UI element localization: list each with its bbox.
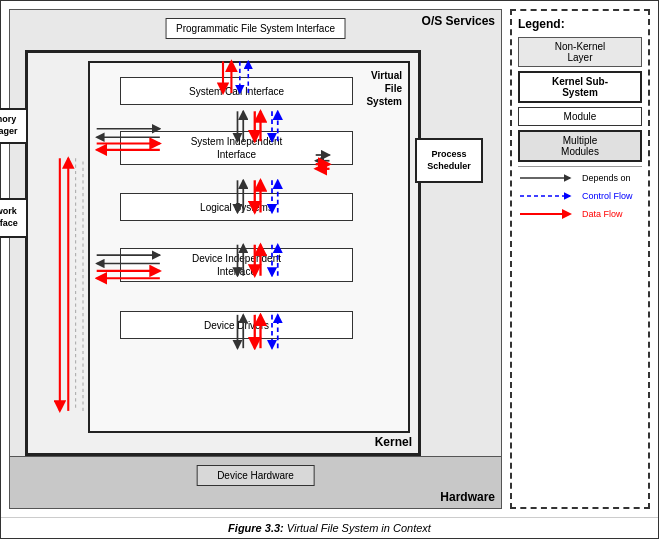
device-independent-interface-box: Device IndependentInterface: [120, 248, 353, 282]
device-drivers-label: Device Drivers: [204, 319, 269, 332]
memory-manager-label: Memory Manager: [0, 114, 26, 137]
device-hardware-box: Device Hardware: [196, 465, 315, 486]
legend-title: Legend:: [518, 17, 642, 31]
network-interface-box: Network Interface: [0, 198, 28, 238]
logical-systems-box: Logical Systems: [120, 193, 353, 221]
main-container: O/S Services Programmatic File System In…: [0, 0, 659, 539]
legend-multiple-modules-label: MultipleModules: [561, 135, 599, 157]
legend-kernel-sub: Kernel Sub-System: [518, 71, 642, 103]
prog-fs-label: Programmatic File System Interface: [176, 23, 335, 34]
caption-fig-label: Figure 3.3:: [228, 522, 284, 534]
control-flow-arrow-icon: [518, 189, 578, 203]
depends-on-arrow-icon: [518, 171, 578, 185]
control-flow-label: Control Flow: [582, 191, 633, 201]
os-services-box: O/S Services Programmatic File System In…: [9, 9, 502, 509]
system-call-label: System Call Interface: [189, 85, 284, 98]
kernel-box: Kernel Memory Manager Network Interface …: [25, 50, 421, 456]
legend-module: Module: [518, 107, 642, 126]
legend-depends-on-row: Depends on: [518, 171, 642, 185]
system-independent-interface-box: System IndependentInterface: [120, 131, 353, 165]
process-scheduler-label: Process Scheduler: [417, 149, 481, 172]
prog-fs-box: Programmatic File System Interface: [165, 18, 346, 39]
legend-module-label: Module: [564, 111, 597, 122]
legend-box: Legend: Non-KernelLayer Kernel Sub-Syste…: [510, 9, 650, 509]
vfs-arrows: [90, 63, 408, 431]
system-independent-label: System IndependentInterface: [191, 135, 283, 161]
figure-caption: Figure 3.3: Virtual File System in Conte…: [1, 517, 658, 538]
hardware-label: Hardware: [440, 490, 495, 504]
process-scheduler-box: Process Scheduler: [415, 138, 483, 183]
left-diagram: O/S Services Programmatic File System In…: [9, 9, 502, 509]
vfs-label: VirtualFileSystem: [366, 69, 402, 108]
logical-systems-label: Logical Systems: [200, 201, 273, 214]
os-services-label: O/S Services: [422, 14, 495, 28]
legend-multiple-modules: MultipleModules: [518, 130, 642, 162]
data-flow-arrow-icon: [518, 207, 578, 221]
diagram-area: O/S Services Programmatic File System In…: [1, 1, 658, 517]
legend-control-flow-row: Control Flow: [518, 189, 642, 203]
kernel-label: Kernel: [375, 435, 412, 449]
device-independent-label: Device IndependentInterface: [192, 252, 281, 278]
vfs-box: VirtualFileSystem Process Scheduler Syst…: [88, 61, 410, 433]
legend-non-kernel: Non-KernelLayer: [518, 37, 642, 67]
legend-data-flow-row: Data Flow: [518, 207, 642, 221]
legend-kernel-sub-label: Kernel Sub-System: [552, 76, 608, 98]
device-hardware-label: Device Hardware: [217, 470, 294, 481]
network-interface-label: Network Interface: [0, 206, 26, 229]
legend-non-kernel-label: Non-KernelLayer: [555, 41, 606, 63]
device-drivers-box: Device Drivers: [120, 311, 353, 339]
depends-on-label: Depends on: [582, 173, 631, 183]
data-flow-label: Data Flow: [582, 209, 623, 219]
hardware-section: Hardware Device Hardware: [10, 456, 501, 508]
memory-manager-box: Memory Manager: [0, 108, 28, 144]
caption-text: Virtual File System in Context: [287, 522, 431, 534]
system-call-interface-box: System Call Interface: [120, 77, 353, 105]
